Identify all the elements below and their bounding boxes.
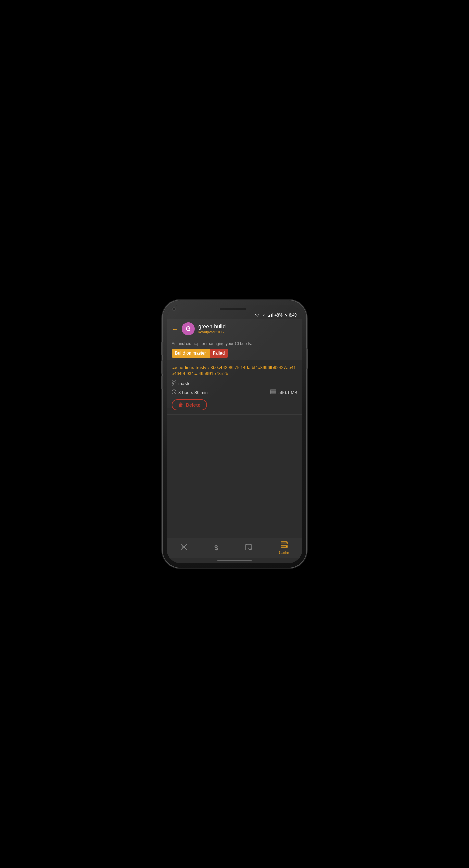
branch-name: master	[178, 381, 192, 386]
clock-icon	[172, 389, 176, 395]
delete-button[interactable]: 🗑 Delete	[172, 399, 207, 410]
nav-item-tools[interactable]	[180, 543, 188, 553]
cache-icon	[280, 541, 288, 550]
billing-icon: $	[214, 544, 218, 552]
svg-point-11	[275, 390, 275, 391]
time-text: 6:40	[289, 313, 297, 318]
svg-point-6	[175, 381, 176, 382]
svg-rect-1	[268, 316, 269, 317]
tools-icon	[180, 543, 188, 553]
speaker	[219, 308, 246, 310]
storage-icon	[270, 389, 276, 395]
description-area: An android app for managing your CI buil…	[167, 339, 302, 360]
phone-frame: ✕ 48% 6:40 ←	[163, 300, 306, 568]
build-badge: Build on master Failed	[172, 349, 228, 358]
status-icons: ✕ 48% 6:40	[255, 313, 297, 318]
svg-point-24	[286, 546, 286, 547]
empty-content-area	[167, 415, 302, 538]
wifi-icon	[255, 313, 260, 317]
badge-failed: Failed	[210, 349, 228, 358]
size-text: 566.1 MB	[278, 390, 297, 395]
svg-rect-2	[269, 315, 270, 317]
avatar: G	[182, 322, 195, 335]
description-text: An android app for managing your CI buil…	[172, 341, 297, 346]
branch-row: master	[172, 380, 297, 387]
svg-point-5	[172, 381, 173, 382]
svg-point-23	[286, 542, 286, 543]
phone-top-hardware	[167, 305, 302, 312]
nav-item-billing[interactable]: $	[214, 544, 218, 552]
cache-nav-label: Cache	[279, 551, 289, 555]
app-header: ← G green-build kevalpatel2106	[167, 319, 302, 339]
svg-point-7	[172, 384, 173, 385]
signal-cross-icon: ✕	[262, 313, 266, 317]
duration-text: 8 hours 30 min	[178, 390, 208, 395]
status-bar: ✕ 48% 6:40	[167, 312, 302, 319]
battery-text: 48%	[275, 313, 283, 318]
home-indicator	[167, 558, 302, 563]
signal-bars-icon	[268, 313, 273, 317]
camera-dot	[172, 307, 176, 311]
cache-hash: cache-linux-trusty-e3b0c44298fc1c149afbf…	[172, 364, 297, 377]
phone-screen: ✕ 48% 6:40 ←	[167, 305, 302, 563]
svg-text:✕: ✕	[262, 313, 265, 317]
branch-icon	[172, 380, 176, 387]
cache-card: cache-linux-trusty-e3b0c44298fc1c149afbf…	[167, 360, 302, 414]
cron-icon	[245, 543, 252, 553]
svg-rect-4	[272, 313, 273, 317]
meta-row-split: 8 hours 30 min 566.1 MB	[172, 389, 297, 395]
trash-icon: 🗑	[178, 402, 183, 408]
duration-info: 8 hours 30 min	[172, 389, 208, 395]
home-bar	[217, 560, 252, 561]
badge-build-on-master: Build on master	[172, 349, 210, 358]
back-button[interactable]: ←	[172, 325, 178, 333]
app-title: green-build	[198, 324, 226, 330]
header-text: green-build kevalpatel2106	[198, 324, 226, 334]
nav-item-cache[interactable]: Cache	[279, 541, 289, 555]
app-content: ← G green-build kevalpatel2106 An androi…	[167, 319, 302, 563]
svg-rect-3	[271, 314, 272, 317]
nav-item-cron[interactable]	[245, 543, 252, 553]
camera-area	[172, 307, 176, 311]
charging-icon	[284, 313, 287, 317]
size-info: 566.1 MB	[270, 389, 297, 395]
delete-label: Delete	[186, 402, 200, 408]
svg-point-12	[275, 393, 275, 394]
bottom-nav: $	[167, 538, 302, 558]
username: kevalpatel2106	[198, 330, 226, 334]
